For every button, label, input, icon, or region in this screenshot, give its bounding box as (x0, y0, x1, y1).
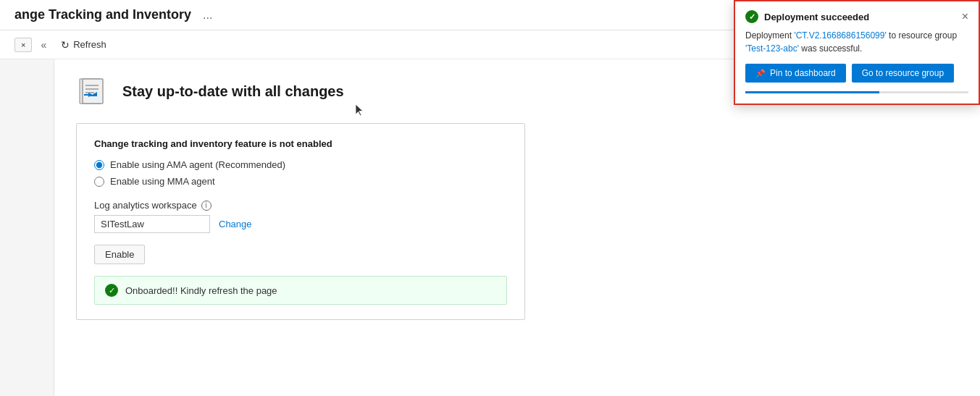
refresh-label: Refresh (73, 39, 106, 50)
radio-mma-input[interactable] (94, 177, 104, 187)
notif-success-icon (745, 10, 758, 23)
workspace-label-row: Log analytics workspace i (94, 200, 507, 211)
radio-ama-label: Enable using AMA agent (Recommended) (110, 159, 285, 170)
change-link[interactable]: Change (219, 219, 252, 229)
notif-body-prefix: Deployment (745, 30, 794, 41)
success-message: Onboarded!! Kindly refresh the page (125, 285, 277, 296)
enable-card: Change tracking and inventory feature is… (76, 123, 525, 320)
refresh-icon: ↻ (61, 39, 70, 51)
feature-title: Stay up-to-date with all changes (122, 83, 344, 100)
close-button[interactable]: × (14, 38, 32, 52)
notif-resource-group-link[interactable]: 'Test-123-abc' (745, 43, 799, 54)
workspace-label-text: Log analytics workspace (94, 200, 197, 211)
radio-group: Enable using AMA agent (Recommended) Ena… (94, 159, 507, 187)
notif-actions: 📌 Pin to dashboard Go to resource group (745, 64, 968, 83)
notif-deployment-link[interactable]: 'CT.V2.1668686156099' (794, 30, 886, 41)
workspace-input-row: Change (94, 215, 507, 233)
card-title: Change tracking and inventory feature is… (94, 138, 507, 149)
sidebar (0, 59, 54, 396)
pin-icon: 📌 (755, 69, 766, 78)
workspace-input[interactable] (94, 215, 210, 233)
svg-rect-1 (83, 79, 103, 104)
notif-progress-bar (745, 91, 968, 93)
radio-ama[interactable]: Enable using AMA agent (Recommended) (94, 159, 507, 170)
workspace-info-icon[interactable]: i (201, 201, 212, 211)
ellipsis-menu[interactable]: ... (198, 6, 217, 25)
success-check-icon (105, 284, 118, 297)
enable-button[interactable]: Enable (94, 245, 145, 264)
notif-close-button[interactable]: × (962, 11, 968, 22)
pin-to-dashboard-button[interactable]: 📌 Pin to dashboard (745, 64, 846, 83)
notif-body-suffix: was successful. (799, 43, 862, 54)
refresh-button[interactable]: ↻ Refresh (55, 36, 112, 54)
go-to-resource-button[interactable]: Go to resource group (852, 64, 954, 83)
page-title: ange Tracking and Inventory (14, 7, 191, 22)
notif-title: Deployment succeeded (764, 12, 869, 22)
radio-mma-label: Enable using MMA agent (110, 176, 215, 187)
main-area: Stay up-to-date with all changes Change … (54, 59, 980, 396)
radio-mma[interactable]: Enable using MMA agent (94, 176, 507, 187)
content-body: Stay up-to-date with all changes Change … (0, 59, 980, 396)
main-content: ange Tracking and Inventory ... × « ↻ Re… (0, 0, 980, 396)
workspace-section: Log analytics workspace i Change (94, 200, 507, 233)
collapse-button[interactable]: « (38, 36, 49, 54)
success-banner: Onboarded!! Kindly refresh the page (94, 276, 507, 305)
notif-body: Deployment 'CT.V2.1668686156099' to reso… (745, 29, 968, 55)
pin-label: Pin to dashboard (770, 68, 836, 78)
notif-body-middle: to resource group (887, 30, 957, 41)
notif-header: Deployment succeeded × (745, 10, 968, 23)
page-wrapper: ange Tracking and Inventory ... × « ↻ Re… (0, 0, 980, 396)
notif-title-row: Deployment succeeded (745, 10, 869, 23)
deployment-notification: Deployment succeeded × Deployment 'CT.V2… (734, 0, 980, 105)
feature-icon (76, 74, 111, 109)
radio-ama-input[interactable] (94, 160, 104, 170)
